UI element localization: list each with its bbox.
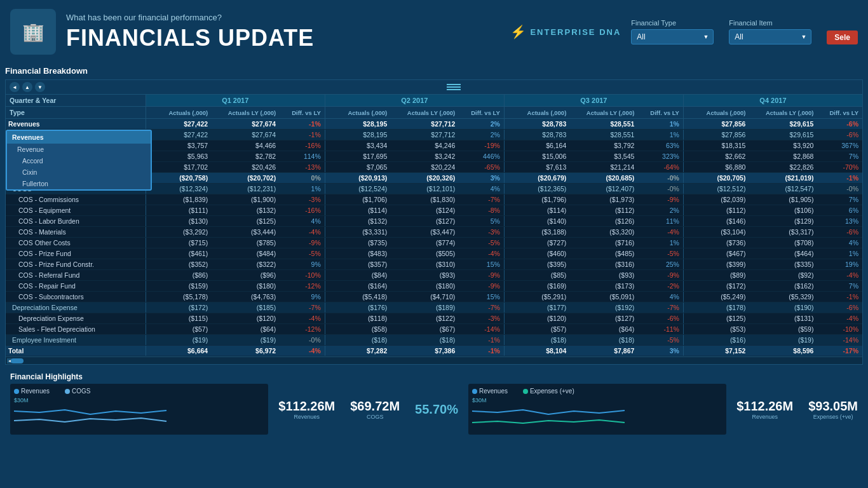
row-q3-ly: ($18): [570, 335, 638, 346]
row-name: Depreciation Expense: [6, 313, 146, 324]
row-q4-actuals: ($399): [683, 259, 749, 270]
row-q4-actuals: ($3,104): [683, 227, 749, 238]
row-q3-actuals: ($18): [504, 335, 570, 346]
col-subheader-q3-ly: Actuals LY (,000): [570, 107, 638, 119]
nav-controls: ◄ ▲ ▼: [10, 82, 45, 92]
nav-left-btn[interactable]: ◄: [10, 82, 20, 92]
table-row[interactable]: COS - Materials ($3,292) ($3,444) -4% ($…: [6, 227, 862, 238]
row-q4-ly: $8,596: [749, 346, 817, 356]
row-q1-actuals: ($12,324): [146, 184, 212, 194]
nav-down-btn[interactable]: ▼: [35, 82, 45, 92]
row-q1-actuals: ($111): [146, 205, 212, 216]
table-row[interactable]: COS - Equipment ($111) ($132) -16% ($114…: [6, 205, 862, 216]
row-q1-diff: -0%: [280, 335, 325, 346]
row-q1-diff: -5%: [280, 248, 325, 259]
popup-item-revenues[interactable]: Revenues: [7, 131, 151, 144]
legend-revenues-2: Revenues: [472, 388, 508, 395]
financial-item-select-wrapper[interactable]: All Revenue COGS Expenses: [729, 29, 811, 44]
scroll-thumb[interactable]: [11, 358, 24, 363]
col-subheader-q2-diff: Diff. vs LY: [459, 107, 504, 119]
table-row[interactable]: Employee Investment ($19) ($19) -0% ($18…: [6, 335, 862, 346]
row-q2-actuals: $28,195: [325, 130, 391, 140]
row-q3-diff: -0%: [638, 184, 683, 194]
row-q4-actuals: $27,856: [683, 119, 749, 130]
row-q4-ly: ($19): [749, 335, 817, 346]
row-q3-actuals: ($12,365): [504, 184, 570, 194]
row-q4-diff: -6%: [817, 227, 862, 238]
row-q2-ly: $3,242: [391, 151, 459, 162]
financial-item-select[interactable]: All Revenue COGS Expenses: [729, 29, 811, 44]
col-header-q4: Q4 2017: [683, 95, 862, 107]
row-name: Revenues: [6, 119, 146, 130]
popup-item-cixin[interactable]: Cixin: [7, 166, 151, 178]
section-title: Financial Breakdown: [5, 64, 863, 78]
row-q3-actuals: ($140): [504, 216, 570, 227]
table-row[interactable]: COS Other Costs ($715) ($785) -9% ($735)…: [6, 238, 862, 248]
row-q3-actuals: ($460): [504, 248, 570, 259]
row-name: COS - Repair Fund: [6, 281, 146, 292]
row-q4-ly: ($5,329): [749, 292, 817, 302]
row-q1-ly: ($322): [212, 259, 280, 270]
stat-cogs: $69.72M COGS: [350, 399, 400, 420]
table-row[interactable]: COS - Prize Fund Constr. ($352) ($322) 9…: [6, 259, 862, 270]
table-row[interactable]: COS - Subcontractors ($5,178) ($4,763) 9…: [6, 292, 862, 302]
row-q3-diff: 1%: [638, 238, 683, 248]
row-q2-diff: 15%: [459, 259, 504, 270]
row-q2-ly: $27,712: [391, 130, 459, 140]
row-q3-ly: ($5,091): [570, 292, 638, 302]
row-q1-diff: -16%: [280, 205, 325, 216]
row-q4-diff: 367%: [817, 140, 862, 151]
row-q3-ly: ($20,685): [570, 173, 638, 184]
nav-up-btn[interactable]: ▲: [22, 82, 32, 92]
row-q3-diff: -11%: [638, 324, 683, 335]
row-q1-diff: -4%: [280, 227, 325, 238]
highlights-title: Financial Highlights: [10, 372, 858, 381]
table-row[interactable]: COS - Repair Fund ($159) ($180) -12% ($1…: [6, 281, 862, 292]
table-row[interactable]: COS - Prize Fund ($461) ($484) -5% ($483…: [6, 248, 862, 259]
row-q3-diff: -9%: [638, 270, 683, 281]
stat-percent: 55.70%: [415, 402, 458, 417]
row-q4-actuals: ($112): [683, 205, 749, 216]
row-q4-diff: 7%: [817, 194, 862, 205]
popup-item-accord[interactable]: Accord: [7, 155, 151, 166]
row-q2-diff: -9%: [459, 281, 504, 292]
table-row[interactable]: Depreciation Expense ($172) ($185) -7% (…: [6, 302, 862, 313]
row-q4-diff: 7%: [817, 151, 862, 162]
table-row[interactable]: Depreciation Expense ($115) ($120) -4% (…: [6, 313, 862, 324]
col-subheader-q1-ly: Actuals LY (,000): [212, 107, 280, 119]
stat-expenses: $93.05M Expenses (+ve): [808, 399, 858, 420]
row-q3-actuals: ($85): [504, 270, 570, 281]
legend-revenues: Revenues: [14, 388, 50, 395]
sele-button[interactable]: Sele: [827, 30, 858, 44]
financial-type-select-wrapper[interactable]: All Revenue Expenses: [631, 29, 714, 44]
horizontal-scrollbar[interactable]: ◄: [6, 356, 862, 364]
row-q1-diff: -1%: [280, 119, 325, 130]
row-q3-actuals: ($57): [504, 324, 570, 335]
legend-expenses: Expenses (+ve): [523, 388, 574, 395]
table-row[interactable]: COS - Commissions ($1,839) ($1,900) -3% …: [6, 194, 862, 205]
stat-percent-value: 55.70%: [415, 402, 458, 417]
row-q4-actuals: ($146): [683, 216, 749, 227]
row-q1-diff: -4%: [280, 346, 325, 356]
row-q4-diff: 1%: [817, 248, 862, 259]
revenues-dot-2: [472, 389, 477, 394]
col-subheader-q4-actuals: Actuals (,000): [683, 107, 749, 119]
popup-item-revenue[interactable]: Revenue: [7, 144, 151, 155]
row-q2-actuals: ($84): [325, 270, 391, 281]
row-q2-diff: 446%: [459, 151, 504, 162]
popup-item-fullerton[interactable]: Fullerton: [7, 178, 151, 189]
row-q1-ly: ($120): [212, 313, 280, 324]
row-q3-actuals: ($3,188): [504, 227, 570, 238]
row-q1-diff: -16%: [280, 140, 325, 151]
table-row[interactable]: Sales - Fleet Depreciation ($57) ($64) -…: [6, 324, 862, 335]
revenues-popup[interactable]: Revenues Revenue Accord Cixin Fullerton: [6, 130, 152, 191]
table-row[interactable]: COS - Referral Fund ($86) ($96) -10% ($8…: [6, 270, 862, 281]
row-q3-diff: -7%: [638, 302, 683, 313]
table-row[interactable]: COS - Labor Burden ($130) ($125) 4% ($13…: [6, 216, 862, 227]
row-name: COS - Subcontractors: [6, 292, 146, 302]
row-q3-ly: ($64): [570, 324, 638, 335]
row-q1-actuals: $5,963: [146, 151, 212, 162]
col-subheader-q1-diff: Diff. vs LY: [280, 107, 325, 119]
financial-type-select[interactable]: All Revenue Expenses: [631, 29, 714, 44]
row-q4-actuals: $27,856: [683, 130, 749, 140]
